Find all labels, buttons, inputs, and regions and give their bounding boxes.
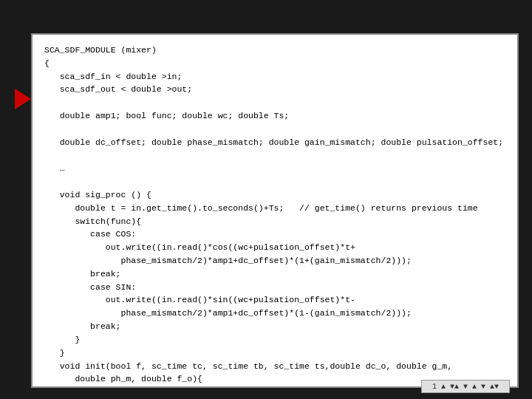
code-content: SCA_SDF_MODULE (mixer) { sca_sdf_in < do… [44,44,505,388]
screen: SCA_SDF_MODULE (mixer) { sca_sdf_in < do… [0,0,532,399]
code-window: SCA_SDF_MODULE (mixer) { sca_sdf_in < do… [31,33,519,388]
red-arrow-indicator [15,89,31,109]
bottom-bar-text: 1 ▲ ▼▲ ▼ ▲ ▼ ▲▼ [432,383,499,391]
bottom-status-bar: 1 ▲ ▼▲ ▼ ▲ ▼ ▲▼ [421,380,510,393]
